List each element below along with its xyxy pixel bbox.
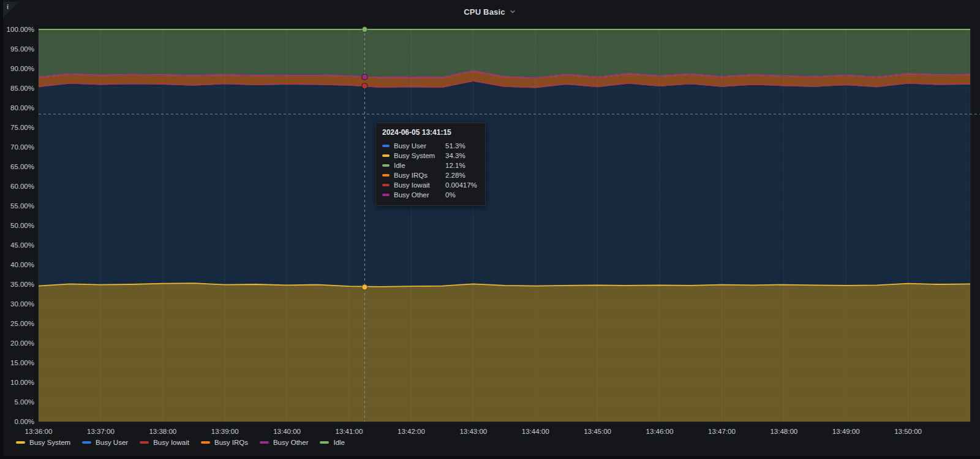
x-axis-label: 13:42:00 [398,428,425,435]
y-axis-label: 100.00% [7,26,34,33]
panel-info-corner[interactable]: i [3,2,19,18]
series-swatch-icon [382,194,390,196]
tooltip-row-busy-other: Busy Other0% [382,190,479,200]
tooltip-series-value: 34.3% [445,152,479,159]
tooltip-series-name: Idle [394,162,445,169]
tooltip-series-value: 51.3% [445,142,479,150]
chevron-down-icon [509,8,516,15]
hover-marker-busy-system [362,284,368,290]
y-axis-label: 30.00% [10,300,34,308]
y-axis-label: 70.00% [10,143,34,151]
tooltip-series-name: Busy IRQs [394,172,445,179]
x-axis-label: 13:49:00 [832,428,860,435]
x-axis-label: 13:38:00 [149,428,176,435]
x-axis-label: 13:39:00 [211,428,239,435]
series-swatch-icon [382,174,390,176]
legend-item-idle[interactable]: Idle [320,439,345,446]
x-axis-label: 13:48:00 [770,428,797,435]
x-axis-label: 13:44:00 [522,428,549,435]
legend-swatch-icon [320,441,329,444]
y-axis-label: 10.00% [10,379,34,386]
x-axis-label: 13:47:00 [708,428,736,435]
legend-item-busy-iowait[interactable]: Busy Iowait [140,439,189,446]
legend-item-busy-system[interactable]: Busy System [16,439,70,446]
tooltip-row-busy-system: Busy System34.3% [382,151,479,161]
x-axis-label: 13:40:00 [273,428,301,435]
y-axis-label: 15.00% [10,359,34,366]
y-axis-label: 20.00% [10,340,34,347]
series-swatch-icon [382,154,390,157]
dashboard-edge-bottom [0,456,980,459]
y-axis-label: 55.00% [10,202,34,210]
y-axis-label: 65.00% [10,163,34,170]
series-swatch-icon [382,184,390,186]
y-axis-label: 75.00% [10,124,34,131]
y-axis-label: 50.00% [10,222,34,229]
legend-label: Busy User [96,439,128,446]
tooltip-row-busy-irqs: Busy IRQs2.28% [382,170,479,180]
y-axis-label: 5.00% [14,398,34,406]
x-axis-label: 13:45:00 [584,428,611,435]
tooltip-row-busy-user: Busy User51.3% [382,141,479,151]
legend-swatch-icon [260,441,269,444]
series-swatch-icon [382,145,390,147]
x-axis-label: 13:41:00 [336,428,363,435]
legend-label: Idle [333,439,345,446]
tooltip-series-value: 0.00417% [445,181,479,189]
legend-swatch-icon [201,441,210,444]
x-axis-label: 13:43:00 [459,428,487,435]
legend-item-busy-irqs[interactable]: Busy IRQs [201,439,248,446]
tooltip-series-name: Busy Iowait [394,181,445,189]
area-busy-user [39,81,970,287]
hover-marker-busy-iowait [362,83,368,89]
y-axis-label: 80.00% [10,104,34,112]
tooltip-series-value: 2.28% [445,172,479,179]
info-icon: i [7,3,9,10]
tooltip-rows: Busy User51.3%Busy System34.3%Idle12.1%B… [382,141,479,200]
y-axis-label: 45.00% [10,241,34,249]
tooltip-series-name: Busy User [394,142,445,150]
y-axis-label: 0.00% [14,418,34,425]
legend-swatch-icon [16,441,25,444]
legend-label: Busy IRQs [214,439,248,446]
x-axis-label: 13:37:00 [87,428,115,435]
y-axis-label: 40.00% [10,261,34,268]
y-axis-label: 25.00% [10,320,34,327]
legend-label: Busy System [29,439,70,446]
tooltip-series-name: Busy System [394,152,445,159]
y-axis-label: 85.00% [10,85,34,92]
panel-title: CPU Basic [464,7,505,17]
tooltip-timestamp: 2024-06-05 13:41:15 [382,128,479,137]
x-axis-label: 13:36:00 [25,428,53,435]
tooltip: 2024-06-05 13:41:15 Busy User51.3%Busy S… [375,123,486,206]
tooltip-series-value: 12.1% [445,162,479,169]
area-idle [39,29,970,78]
legend-swatch-icon [82,441,91,444]
y-axis-label: 60.00% [10,183,34,190]
tooltip-row-idle: Idle12.1% [382,161,479,170]
series-swatch-icon [382,164,390,167]
y-axis-label: 90.00% [10,65,34,72]
legend-item-busy-user[interactable]: Busy User [82,439,128,446]
tooltip-series-name: Busy Other [394,191,445,199]
legend: Busy SystemBusy UserBusy IowaitBusy IRQs… [16,439,345,446]
hover-marker-idle [362,27,368,32]
x-axis-label: 13:46:00 [646,428,674,435]
x-axis-label: 13:50:00 [894,428,922,435]
legend-item-busy-other[interactable]: Busy Other [260,439,309,446]
tooltip-series-value: 0% [445,191,479,199]
y-axis-label: 95.00% [10,45,34,53]
tooltip-row-busy-iowait: Busy Iowait0.00417% [382,180,479,190]
dashboard-edge-left [0,0,3,459]
panel-header[interactable]: CPU Basic [0,4,980,20]
hover-marker-busy-other [362,74,368,80]
legend-label: Busy Other [273,439,309,446]
legend-swatch-icon [140,441,149,444]
legend-label: Busy Iowait [153,439,189,446]
cpu-basic-chart[interactable]: 100.00%95.00%90.00%85.00%80.00%75.00%70.… [0,0,980,459]
y-axis-label: 35.00% [10,281,34,288]
